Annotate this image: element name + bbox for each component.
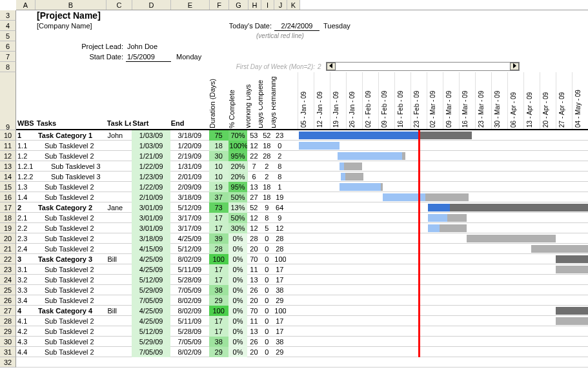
task-dur[interactable]: 38 (209, 337, 228, 347)
col-E[interactable]: E (171, 0, 210, 10)
task-dur[interactable]: 29 (209, 347, 228, 357)
hdr-tasks[interactable]: Tasks (37, 118, 106, 128)
table-row[interactable]: 2Task Category 2Jane3/01/095/12/097313%5… (16, 202, 588, 213)
task-lead[interactable] (106, 213, 132, 223)
wbs[interactable]: 1.4 (16, 192, 35, 202)
task-pct[interactable]: 20% (228, 172, 248, 182)
task-end[interactable]: 3/17/09 (170, 223, 209, 233)
date-col[interactable]: 16 - Feb - 09 (394, 72, 411, 129)
hdr-duration[interactable]: Duration (Days) (208, 79, 218, 128)
task-pct[interactable]: 20% (228, 161, 248, 172)
task-name[interactable]: Task Category 2 (35, 202, 106, 213)
task-pct[interactable]: 0% (228, 244, 248, 254)
row-30[interactable]: 30 (0, 337, 16, 347)
task-pct[interactable]: 0% (228, 326, 248, 337)
task-dc[interactable]: 0 (260, 326, 273, 337)
task-dur[interactable]: 18 (209, 141, 228, 151)
task-pct[interactable]: 0% (228, 337, 248, 347)
wbs[interactable]: 1.2 (16, 151, 35, 161)
scroll-track[interactable] (336, 63, 510, 70)
wbs[interactable]: 3.4 (16, 295, 35, 306)
wbs[interactable]: 1.1 (16, 141, 35, 151)
task-dr[interactable]: 17 (273, 326, 286, 337)
date-col[interactable]: 23 - Mar - 09 (475, 72, 491, 129)
row-16[interactable]: 16 (0, 192, 16, 202)
task-dr[interactable]: 29 (273, 295, 286, 306)
task-pct[interactable]: 0% (228, 254, 248, 264)
row-15[interactable]: 15 (0, 182, 16, 192)
task-wd[interactable]: 27 (247, 192, 260, 202)
table-row[interactable]: 4.3Sub Tasklevel 25/29/097/05/09380%2603… (16, 337, 588, 347)
task-lead[interactable] (106, 223, 132, 233)
table-row[interactable]: 1Task Category 1John1/03/093/18/097570%5… (16, 130, 588, 141)
start-date[interactable]: 1/5/2009 (126, 52, 171, 62)
task-dc[interactable]: 0 (260, 306, 273, 316)
task-dc[interactable]: 0 (260, 275, 273, 285)
task-start[interactable]: 3/01/09 (132, 223, 170, 233)
row-3[interactable]: 3 (0, 10, 16, 21)
task-wd[interactable]: 20 (247, 295, 260, 306)
date-col[interactable]: 13 - Apr - 09 (523, 72, 540, 129)
wbs[interactable]: 2.4 (16, 244, 35, 254)
wbs[interactable]: 3 (16, 254, 35, 264)
col-I[interactable]: I (261, 0, 274, 10)
task-wd[interactable]: 52 (247, 202, 260, 213)
task-name[interactable]: Sub Tasklevel 2 (35, 337, 106, 347)
task-dur[interactable]: 73 (209, 202, 228, 213)
task-start[interactable]: 3/01/09 (132, 213, 170, 223)
task-end[interactable]: 5/11/09 (170, 316, 209, 326)
task-wd[interactable]: 20 (247, 244, 260, 254)
date-col[interactable]: 09 - Feb - 09 (378, 72, 394, 129)
task-name[interactable]: Sub Tasklevel 2 (35, 326, 106, 337)
task-dr[interactable]: 100 (273, 306, 286, 316)
hdr-end[interactable]: End (171, 118, 208, 128)
task-end[interactable]: 8/02/09 (170, 306, 209, 316)
task-lead[interactable] (106, 141, 132, 151)
date-col[interactable]: 23 - Feb - 09 (411, 72, 427, 129)
task-pct[interactable]: 95% (228, 151, 248, 161)
wbs[interactable]: 1.2.2 (16, 172, 35, 182)
col-J[interactable]: J (274, 0, 287, 10)
task-lead[interactable] (106, 244, 132, 254)
scroll-left-button[interactable] (327, 63, 336, 70)
task-dur[interactable]: 19 (209, 182, 228, 192)
table-row[interactable]: 2.2Sub Tasklevel 23/01/093/17/091730%125… (16, 223, 588, 233)
task-wd[interactable]: 26 (247, 285, 260, 295)
task-end[interactable]: 7/05/09 (170, 337, 209, 347)
task-dr[interactable]: 9 (273, 213, 286, 223)
row-7[interactable]: 7 (0, 52, 16, 62)
task-start[interactable]: 5/29/09 (132, 285, 170, 295)
task-start[interactable]: 3/01/09 (132, 202, 170, 213)
task-start[interactable]: 1/03/09 (132, 141, 170, 151)
task-name[interactable]: Task Category 1 (35, 130, 106, 141)
row-14[interactable]: 14 (0, 172, 16, 182)
task-wd[interactable]: 12 (247, 213, 260, 223)
col-F[interactable]: F (210, 0, 229, 10)
task-pct[interactable]: 0% (228, 306, 248, 316)
task-wd[interactable]: 70 (247, 254, 260, 264)
row-20[interactable]: 20 (0, 233, 16, 244)
task-end[interactable]: 5/28/09 (170, 326, 209, 337)
table-row[interactable]: 4.1Sub Tasklevel 24/25/095/11/09170%1101… (16, 316, 588, 326)
task-start[interactable]: 1/22/09 (132, 182, 170, 192)
task-dur[interactable]: 17 (209, 264, 228, 275)
task-pct[interactable]: 0% (228, 347, 248, 357)
task-dc[interactable]: 18 (260, 192, 273, 202)
task-name[interactable]: Sub Tasklevel 2 (35, 213, 106, 223)
task-wd[interactable]: 12 (247, 223, 260, 233)
task-lead[interactable]: John (106, 130, 132, 141)
task-lead[interactable] (106, 316, 132, 326)
task-dr[interactable]: 17 (273, 264, 286, 275)
task-dc[interactable]: 52 (260, 130, 273, 141)
task-lead[interactable] (106, 337, 132, 347)
wbs[interactable]: 2 (16, 202, 35, 213)
table-row[interactable]: 2.1Sub Tasklevel 23/01/093/17/091750%128… (16, 213, 588, 223)
task-start[interactable]: 4/25/09 (132, 264, 170, 275)
task-dur[interactable]: 100 (209, 254, 228, 264)
wbs[interactable]: 3.3 (16, 285, 35, 295)
hdr-wbs[interactable]: WBS (17, 118, 35, 128)
task-pct[interactable]: 0% (228, 316, 248, 326)
task-dc[interactable]: 9 (260, 202, 273, 213)
task-pct[interactable]: 0% (228, 285, 248, 295)
task-pct[interactable]: 0% (228, 233, 248, 244)
